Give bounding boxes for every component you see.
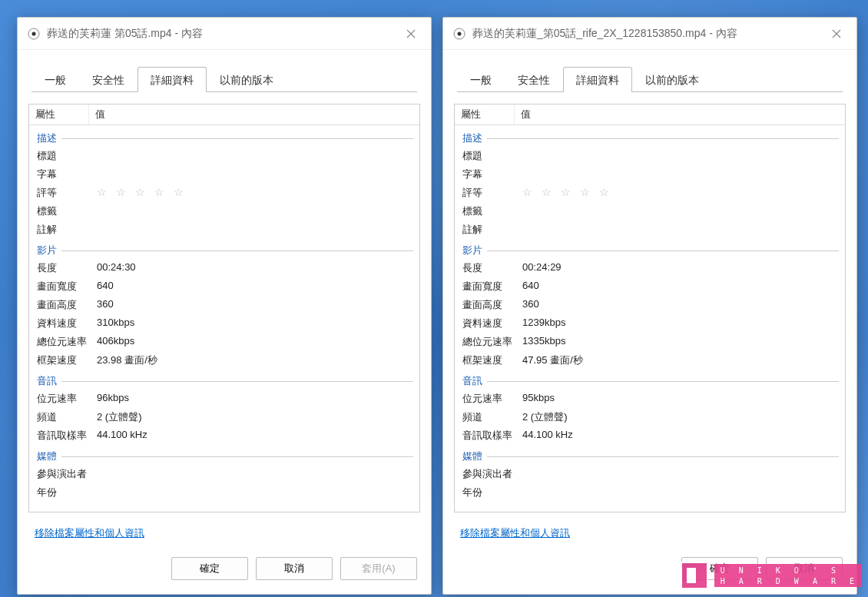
property-value: 95kbps [522, 392, 839, 406]
property-name: 註解 [462, 223, 522, 237]
property-name: 參與演出者 [462, 467, 522, 481]
property-name: 標題 [462, 149, 522, 163]
titlebar: 葬送的芙莉蓮_第05話_rife_2X_1228153850.mp4 - 內容 [443, 18, 856, 50]
property-row[interactable]: 畫面寬度640 [35, 277, 415, 296]
titlebar: 葬送的芙莉蓮 第05話.mp4 - 內容 [18, 18, 431, 50]
property-row[interactable]: 字幕 [461, 165, 840, 184]
property-row[interactable]: 總位元速率406kbps [35, 333, 415, 351]
property-name: 頻道 [462, 410, 522, 424]
dialog-button-row: 確定 取消 [443, 545, 856, 594]
property-row[interactable]: 頻道2 (立體聲) [35, 408, 415, 426]
property-row[interactable]: 畫面寬度640 [461, 277, 840, 296]
property-row[interactable]: 位元速率96kbps [35, 390, 415, 408]
section-label: 音訊 [35, 370, 415, 390]
properties-dialog-right: 葬送的芙莉蓮_第05話_rife_2X_1228153850.mp4 - 內容 … [442, 17, 857, 595]
section-label: 描述 [35, 127, 415, 147]
property-value [522, 167, 839, 181]
property-row[interactable]: 註解 [461, 221, 840, 239]
property-name: 音訊取樣率 [462, 429, 522, 443]
remove-properties-link[interactable]: 移除檔案屬性和個人資訊 [35, 527, 144, 539]
close-button[interactable] [824, 23, 849, 45]
property-value: 360 [522, 298, 839, 312]
property-name: 畫面高度 [37, 298, 97, 312]
tab-security[interactable]: 安全性 [79, 67, 137, 92]
property-name: 評等 [37, 186, 97, 200]
section-label: 音訊 [461, 370, 840, 390]
property-value: 00:24:30 [97, 261, 413, 275]
property-value: 310kbps [97, 317, 413, 330]
property-row[interactable]: 資料速度1239kbps [461, 314, 840, 333]
property-value: 44.100 kHz [97, 429, 413, 443]
property-row[interactable]: 位元速率95kbps [461, 390, 840, 408]
property-row[interactable]: 頻道2 (立體聲) [461, 408, 840, 426]
tab-general[interactable]: 一般 [31, 67, 79, 92]
ok-button[interactable]: 確定 [681, 557, 758, 580]
property-row[interactable]: 長度00:24:29 [461, 259, 840, 277]
property-row[interactable]: 框架速度23.98 畫面/秒 [35, 351, 415, 370]
svg-point-3 [458, 32, 462, 35]
property-name: 資料速度 [462, 317, 522, 330]
property-value: 23.98 畫面/秒 [97, 353, 413, 367]
property-value [97, 167, 413, 181]
property-value: 1335kbps [522, 335, 839, 349]
property-value [522, 467, 839, 481]
property-value: 44.100 kHz [522, 429, 839, 443]
tab-security[interactable]: 安全性 [505, 67, 563, 92]
remove-properties-link[interactable]: 移除檔案屬性和個人資訊 [460, 527, 570, 539]
property-value [97, 467, 413, 481]
property-row[interactable]: 音訊取樣率44.100 kHz [35, 426, 415, 445]
column-header-value: 值 [515, 104, 845, 124]
tab-underline [457, 91, 843, 92]
property-value: ☆ ☆ ☆ ☆ ☆ [522, 186, 839, 200]
ok-button[interactable]: 確定 [171, 557, 248, 580]
property-value: 1239kbps [522, 317, 839, 330]
property-row[interactable]: 總位元速率1335kbps [461, 333, 840, 351]
property-name: 畫面高度 [462, 298, 522, 312]
section-label: 影片 [35, 239, 415, 259]
cancel-button[interactable]: 取消 [766, 557, 843, 580]
property-row[interactable]: 標籤 [35, 202, 415, 221]
property-value: 360 [97, 298, 413, 312]
property-row[interactable]: 標題 [461, 147, 840, 165]
properties-dialog-left: 葬送的芙莉蓮 第05話.mp4 - 內容 一般 安全性 詳細資料 以前的版本 屬… [17, 17, 432, 595]
property-row[interactable]: 評等☆ ☆ ☆ ☆ ☆ [461, 184, 840, 202]
property-row[interactable]: 評等☆ ☆ ☆ ☆ ☆ [35, 184, 415, 202]
property-row[interactable]: 畫面高度360 [35, 296, 415, 314]
property-row[interactable]: 標籤 [461, 202, 840, 221]
property-name: 評等 [462, 186, 522, 200]
property-value: 96kbps [97, 392, 413, 406]
details-scroll-area[interactable]: 描述標題字幕評等☆ ☆ ☆ ☆ ☆標籤註解影片長度00:24:30畫面寬度640… [29, 125, 419, 512]
svg-point-1 [32, 32, 36, 35]
property-row[interactable]: 資料速度310kbps [35, 314, 415, 333]
column-header-property: 屬性 [29, 104, 89, 124]
property-row[interactable]: 音訊取樣率44.100 kHz [461, 426, 840, 445]
close-button[interactable] [399, 23, 423, 45]
property-name: 標籤 [37, 204, 97, 218]
section-label: 媒體 [461, 445, 840, 465]
tab-strip: 一般 安全性 詳細資料 以前的版本 [443, 50, 856, 92]
property-name: 音訊取樣率 [37, 429, 97, 443]
property-name: 資料速度 [37, 317, 97, 330]
tab-details[interactable]: 詳細資料 [563, 67, 632, 92]
property-row[interactable]: 參與演出者 [35, 465, 415, 483]
details-scroll-area[interactable]: 描述標題字幕評等☆ ☆ ☆ ☆ ☆標籤註解影片長度00:24:29畫面寬度640… [455, 125, 845, 512]
property-row[interactable]: 框架速度47.95 畫面/秒 [461, 351, 840, 370]
property-row[interactable]: 長度00:24:30 [35, 259, 415, 277]
property-row[interactable]: 標題 [35, 147, 415, 165]
section-label: 影片 [461, 239, 840, 259]
property-row[interactable]: 參與演出者 [461, 465, 840, 483]
tab-general[interactable]: 一般 [457, 67, 505, 92]
tab-details[interactable]: 詳細資料 [137, 67, 207, 92]
property-name: 位元速率 [462, 392, 522, 406]
apply-button[interactable]: 套用(A) [340, 557, 417, 580]
file-type-icon [27, 27, 41, 41]
property-row[interactable]: 畫面高度360 [461, 296, 840, 314]
property-row[interactable]: 年份 [461, 483, 840, 502]
tab-previous-versions[interactable]: 以前的版本 [632, 67, 712, 92]
tab-strip: 一般 安全性 詳細資料 以前的版本 [18, 50, 431, 92]
property-row[interactable]: 字幕 [35, 165, 415, 184]
tab-previous-versions[interactable]: 以前的版本 [207, 67, 287, 92]
property-row[interactable]: 註解 [35, 221, 415, 239]
property-row[interactable]: 年份 [35, 483, 415, 502]
cancel-button[interactable]: 取消 [256, 557, 333, 580]
